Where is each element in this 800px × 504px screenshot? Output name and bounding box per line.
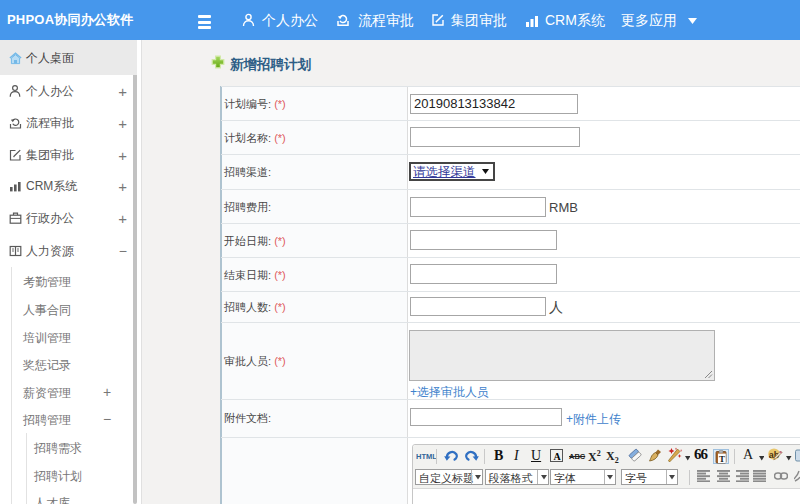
svg-text:T: T [719,453,725,463]
